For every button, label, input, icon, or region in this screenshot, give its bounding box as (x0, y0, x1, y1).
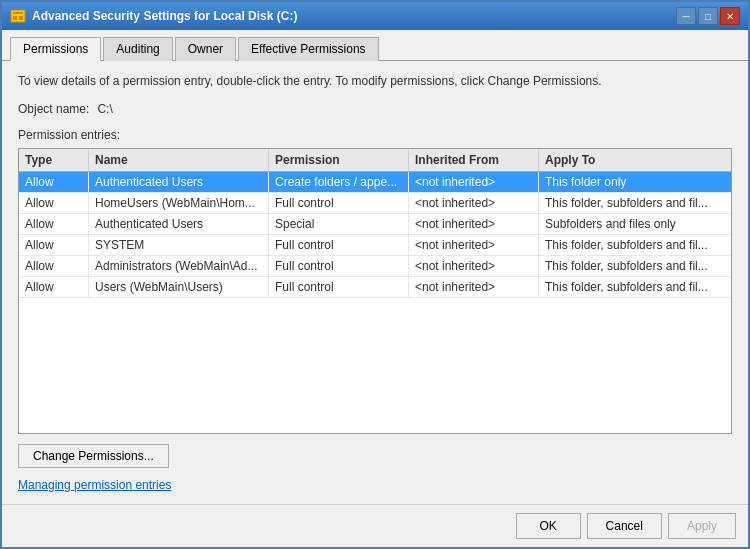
row0-permission: Create folders / appe... (269, 172, 409, 192)
row5-type: Allow (19, 277, 89, 297)
window-content: Permissions Auditing Owner Effective Per… (2, 30, 748, 504)
tab-bar: Permissions Auditing Owner Effective Per… (2, 30, 748, 61)
table-row[interactable]: Allow Users (WebMain\Users) Full control… (19, 277, 731, 298)
object-name-row: Object name: C:\ (18, 102, 732, 116)
row3-permission: Full control (269, 235, 409, 255)
col-permission: Permission (269, 149, 409, 171)
row0-inherited: <not inherited> (409, 172, 539, 192)
bottom-bar: OK Cancel Apply (2, 504, 748, 547)
apply-button[interactable]: Apply (668, 513, 736, 539)
object-name-label: Object name: (18, 102, 89, 116)
col-inherited-from: Inherited From (409, 149, 539, 171)
cancel-button[interactable]: Cancel (587, 513, 662, 539)
row2-inherited: <not inherited> (409, 214, 539, 234)
row3-inherited: <not inherited> (409, 235, 539, 255)
row4-permission: Full control (269, 256, 409, 276)
row4-name: Administrators (WebMain\Ad... (89, 256, 269, 276)
title-bar: Advanced Security Settings for Local Dis… (2, 2, 748, 30)
managing-permissions-link[interactable]: Managing permission entries (18, 478, 171, 492)
row1-inherited: <not inherited> (409, 193, 539, 213)
permissions-table: Type Name Permission Inherited From Appl… (18, 148, 732, 434)
minimize-button[interactable]: ─ (676, 7, 696, 25)
ok-button[interactable]: OK (516, 513, 581, 539)
row3-name: SYSTEM (89, 235, 269, 255)
table-row[interactable]: Allow Administrators (WebMain\Ad... Full… (19, 256, 731, 277)
table-body: Allow Authenticated Users Create folders… (19, 172, 731, 433)
row4-type: Allow (19, 256, 89, 276)
title-controls: ─ □ ✕ (676, 7, 740, 25)
row0-name: Authenticated Users (89, 172, 269, 192)
change-permissions-button[interactable]: Change Permissions... (18, 444, 169, 468)
tab-permissions[interactable]: Permissions (10, 37, 101, 61)
row2-applyto: Subfolders and files only (539, 214, 731, 234)
row3-applyto: This folder, subfolders and fil... (539, 235, 731, 255)
maximize-button[interactable]: □ (698, 7, 718, 25)
row0-type: Allow (19, 172, 89, 192)
window-title: Advanced Security Settings for Local Dis… (32, 9, 297, 23)
col-type: Type (19, 149, 89, 171)
row1-name: HomeUsers (WebMain\Hom... (89, 193, 269, 213)
col-apply-to: Apply To (539, 149, 731, 171)
row0-applyto: This folder only (539, 172, 731, 192)
row5-permission: Full control (269, 277, 409, 297)
main-window: Advanced Security Settings for Local Dis… (0, 0, 750, 549)
tab-content-permissions: To view details of a permission entry, d… (2, 61, 748, 504)
table-row[interactable]: Allow HomeUsers (WebMain\Hom... Full con… (19, 193, 731, 214)
row2-permission: Special (269, 214, 409, 234)
table-row[interactable]: Allow SYSTEM Full control <not inherited… (19, 235, 731, 256)
svg-rect-2 (13, 16, 17, 20)
permission-entries-label: Permission entries: (18, 128, 732, 142)
actions-row: Change Permissions... (18, 444, 732, 468)
row1-applyto: This folder, subfolders and fil... (539, 193, 731, 213)
close-button[interactable]: ✕ (720, 7, 740, 25)
window-icon (10, 8, 26, 24)
description-text: To view details of a permission entry, d… (18, 73, 732, 90)
svg-rect-1 (13, 12, 23, 14)
row2-name: Authenticated Users (89, 214, 269, 234)
row5-name: Users (WebMain\Users) (89, 277, 269, 297)
svg-rect-3 (19, 16, 23, 20)
row1-type: Allow (19, 193, 89, 213)
table-row[interactable]: Allow Authenticated Users Special <not i… (19, 214, 731, 235)
row4-inherited: <not inherited> (409, 256, 539, 276)
row5-applyto: This folder, subfolders and fil... (539, 277, 731, 297)
tab-effective-permissions[interactable]: Effective Permissions (238, 37, 379, 61)
row3-type: Allow (19, 235, 89, 255)
object-name-value: C:\ (97, 102, 112, 116)
row4-applyto: This folder, subfolders and fil... (539, 256, 731, 276)
row5-inherited: <not inherited> (409, 277, 539, 297)
row1-permission: Full control (269, 193, 409, 213)
row2-type: Allow (19, 214, 89, 234)
table-row[interactable]: Allow Authenticated Users Create folders… (19, 172, 731, 193)
link-row: Managing permission entries (18, 478, 732, 492)
col-name: Name (89, 149, 269, 171)
title-bar-left: Advanced Security Settings for Local Dis… (10, 8, 297, 24)
tab-auditing[interactable]: Auditing (103, 37, 172, 61)
tab-owner[interactable]: Owner (175, 37, 236, 61)
table-header: Type Name Permission Inherited From Appl… (19, 149, 731, 172)
